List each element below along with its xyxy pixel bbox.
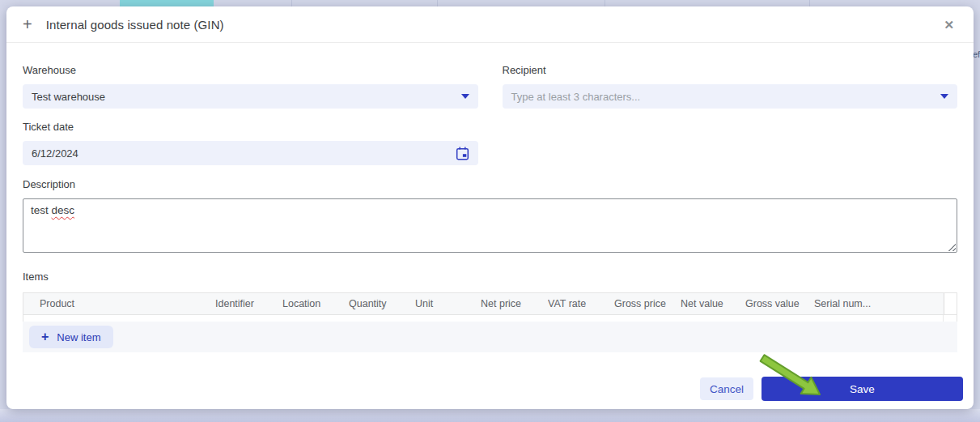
items-label: Items xyxy=(23,271,957,283)
background-partial-text: ef xyxy=(973,49,980,59)
background-divider xyxy=(291,0,292,6)
modal-title: Internal goods issued note (GIN) xyxy=(46,18,224,32)
items-table-header-end-cell xyxy=(944,293,957,314)
column-header: Location xyxy=(282,298,349,309)
recipient-field-group: Recipient Type at least 3 characters... xyxy=(503,64,958,109)
dialog-actions: Cancel Save xyxy=(23,377,963,401)
form-grid: Warehouse Test warehouse Recipient Type … xyxy=(23,64,957,165)
ticket-date-field-group: Ticket date 6/12/2024 xyxy=(23,121,478,165)
gin-modal-dialog: + Internal goods issued note (GIN) ✕ War… xyxy=(6,6,974,409)
recipient-label: Recipient xyxy=(503,64,958,76)
background-top-strip xyxy=(0,0,980,6)
warehouse-field-group: Warehouse Test warehouse xyxy=(23,64,478,109)
background-divider xyxy=(437,0,438,6)
description-text: test xyxy=(31,204,52,216)
new-item-label: New item xyxy=(57,331,100,343)
description-textarea[interactable]: test desc xyxy=(23,198,957,253)
description-label: Description xyxy=(23,178,957,190)
recipient-placeholder: Type at least 3 characters... xyxy=(511,91,641,103)
background-active-tab xyxy=(120,0,214,6)
new-item-button[interactable]: + New item xyxy=(29,326,113,348)
recipient-select[interactable]: Type at least 3 characters... xyxy=(503,84,958,109)
plus-icon: + xyxy=(23,16,32,32)
items-table-empty-body xyxy=(23,315,957,322)
column-header: VAT rate xyxy=(548,298,614,309)
background-divider xyxy=(809,0,810,6)
warehouse-select[interactable]: Test warehouse xyxy=(23,84,478,109)
items-table-header-cells: ProductIdentifierLocationQuantityUnitNet… xyxy=(23,293,944,314)
resize-handle-icon[interactable] xyxy=(948,243,956,251)
column-header: Quantity xyxy=(349,298,415,309)
warehouse-value: Test warehouse xyxy=(32,91,105,103)
items-table-header: ProductIdentifierLocationQuantityUnitNet… xyxy=(23,292,957,315)
ticket-date-input[interactable]: 6/12/2024 xyxy=(23,141,478,165)
chevron-down-icon xyxy=(940,94,948,99)
items-table-footer: + New item xyxy=(23,322,957,352)
modal-body: Warehouse Test warehouse Recipient Type … xyxy=(6,43,974,401)
chevron-down-icon xyxy=(461,94,469,99)
cancel-button[interactable]: Cancel xyxy=(700,377,753,400)
column-header: Identifier xyxy=(215,298,282,309)
modal-header: + Internal goods issued note (GIN) ✕ xyxy=(6,6,974,43)
ticket-date-value: 6/12/2024 xyxy=(32,147,78,160)
column-header: Gross value xyxy=(745,298,814,309)
ticket-date-label: Ticket date xyxy=(23,121,478,133)
column-header: Unit xyxy=(415,298,481,309)
column-header: Gross price xyxy=(614,298,681,309)
items-table: ProductIdentifierLocationQuantityUnitNet… xyxy=(23,292,957,352)
column-header: Net price xyxy=(481,298,548,309)
column-header: Net value xyxy=(681,298,745,309)
save-button[interactable]: Save xyxy=(762,377,963,401)
calendar-icon[interactable] xyxy=(456,147,469,160)
close-icon[interactable]: ✕ xyxy=(940,15,957,34)
description-misspelled-word: desc xyxy=(52,204,75,216)
column-header: Product xyxy=(40,298,215,309)
background-divider xyxy=(605,0,605,6)
page-background: ef + Internal goods issued note (GIN) ✕ … xyxy=(0,0,980,422)
column-header: Serial num... xyxy=(814,298,944,309)
warehouse-label: Warehouse xyxy=(23,64,478,76)
plus-icon: + xyxy=(41,330,49,343)
background-bottom-strip xyxy=(0,409,980,422)
